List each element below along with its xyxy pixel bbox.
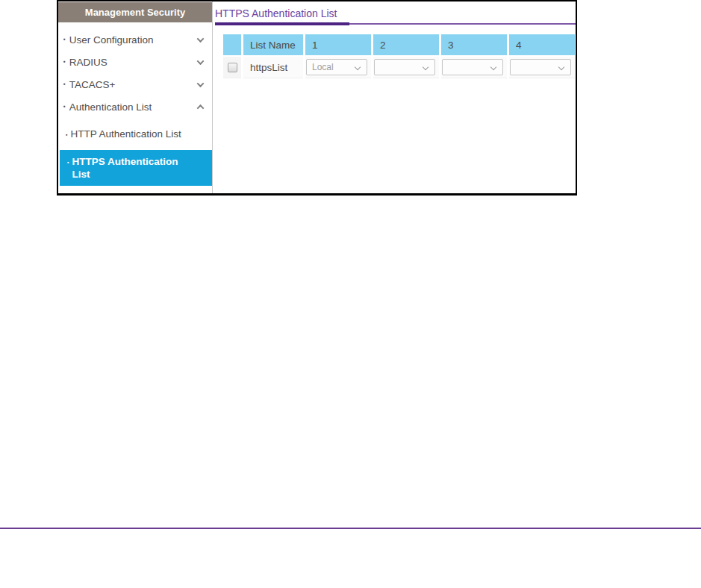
sidebar: Management Security ▪ User Configuration… bbox=[58, 1, 213, 193]
https-authentication-table: List Name 1 2 3 4 httpsList Local bbox=[223, 34, 573, 78]
sidebar-item-authentication-list[interactable]: ▪ Authentication List bbox=[58, 96, 212, 118]
auth-method-select-3[interactable] bbox=[442, 59, 503, 75]
sidebar-item-https-authentication-list[interactable]: ▪ HTTPS Authentication List bbox=[60, 150, 212, 186]
authentication-list-submenu: ▪ HTTP Authentication List ▪ HTTPS Authe… bbox=[58, 122, 212, 186]
chevron-down-icon bbox=[197, 57, 205, 65]
chevron-down-icon bbox=[558, 64, 564, 70]
auth-method-cell-3 bbox=[441, 57, 507, 78]
table-header-row: List Name 1 2 3 4 bbox=[223, 34, 573, 55]
auth-method-cell-4 bbox=[509, 57, 575, 78]
sidebar-item-http-authentication-list[interactable]: ▪ HTTP Authentication List bbox=[58, 122, 212, 146]
header-col-3: 3 bbox=[441, 34, 507, 55]
auth-method-select-2[interactable] bbox=[374, 59, 435, 75]
row-checkbox[interactable] bbox=[228, 63, 237, 72]
bullet-icon: ▪ bbox=[63, 81, 66, 87]
management-security-panel: Management Security ▪ User Configuration… bbox=[57, 0, 577, 196]
chevron-down-icon bbox=[355, 64, 361, 70]
content-area: HTTPS Authentication List List Name 1 2 … bbox=[213, 1, 576, 193]
header-checkbox-cell bbox=[223, 34, 241, 55]
bullet-icon: ▪ bbox=[63, 104, 66, 110]
page-title: HTTPS Authentication List bbox=[215, 7, 576, 19]
title-underline bbox=[213, 22, 576, 25]
sidebar-menu: ▪ User Configuration ▪ RADIUS ▪ TACACS+ … bbox=[58, 22, 212, 186]
sidebar-item-radius[interactable]: ▪ RADIUS bbox=[58, 51, 212, 73]
sidebar-item-label: User Configuration bbox=[69, 34, 154, 46]
header-col-1: 1 bbox=[305, 34, 371, 55]
sidebar-item-label: Authentication List bbox=[69, 101, 152, 113]
bullet-icon: ▪ bbox=[63, 37, 66, 43]
sidebar-item-tacacs[interactable]: ▪ TACACS+ bbox=[58, 73, 212, 96]
auth-method-select-1[interactable]: Local bbox=[306, 59, 367, 75]
sidebar-subitem-label: HTTP Authentication List bbox=[70, 128, 181, 140]
chevron-down-icon bbox=[423, 64, 429, 70]
sidebar-header: Management Security bbox=[58, 2, 212, 22]
sidebar-item-user-configuration[interactable]: ▪ User Configuration bbox=[58, 28, 212, 51]
header-list-name: List Name bbox=[243, 34, 303, 55]
bullet-icon: ▪ bbox=[63, 59, 66, 65]
auth-method-cell-2 bbox=[373, 57, 439, 78]
sidebar-subitem-label: HTTPS Authentication List bbox=[72, 155, 190, 181]
bullet-icon: ▪ bbox=[66, 132, 67, 137]
auth-method-cell-1: Local bbox=[305, 57, 371, 78]
chevron-up-icon bbox=[197, 104, 205, 111]
select-value: Local bbox=[312, 62, 334, 72]
chevron-down-icon bbox=[490, 64, 496, 70]
header-col-2: 2 bbox=[373, 34, 439, 55]
chevron-down-icon bbox=[197, 35, 205, 43]
auth-method-select-4[interactable] bbox=[510, 59, 571, 75]
sidebar-item-label: TACACS+ bbox=[69, 79, 116, 90]
list-name-cell: httpsList bbox=[243, 57, 303, 78]
title-rule-thick bbox=[215, 22, 349, 25]
page-divider bbox=[0, 528, 701, 529]
chevron-down-icon bbox=[197, 80, 205, 87]
table-row: httpsList Local bbox=[223, 57, 573, 78]
row-checkbox-cell bbox=[223, 57, 241, 78]
bullet-icon: ▪ bbox=[67, 160, 69, 165]
sidebar-item-label: RADIUS bbox=[69, 57, 108, 68]
header-col-4: 4 bbox=[509, 34, 575, 55]
